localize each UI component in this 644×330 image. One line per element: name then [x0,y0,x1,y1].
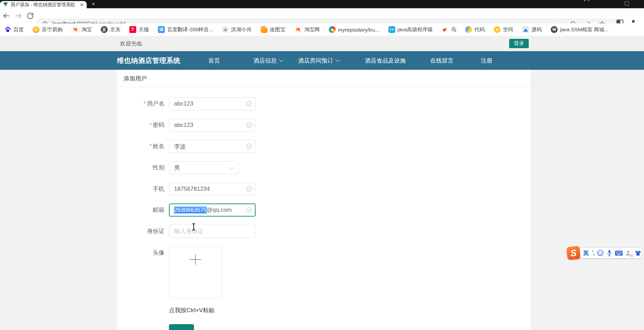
username-label: 用户名 [147,100,164,107]
password-input[interactable] [174,122,244,129]
welcome-bar: 欢迎光临 登录 [0,36,644,51]
bookmark-item[interactable]: 改图宝 [261,26,286,33]
reload-icon[interactable] [26,12,34,20]
required-mark: * [143,100,146,107]
avatar-row: 头像 [117,246,530,298]
idcard-label: 身份证 [117,225,164,238]
bookmark-item[interactable]: ★ 空间 [494,26,513,33]
tab-title: 用户添加 - 维也纳酒店管理系统 [11,2,77,8]
ime-toolbar: 英 ’, 21 S [567,246,642,260]
bookmark-item[interactable]: 代码 [465,26,485,33]
chevron-down-icon [229,165,234,170]
idcard-row: 身份证 [117,225,530,238]
bookmark-item[interactable]: 洪湖小肖 [222,26,252,33]
phone-label: 手机 [117,183,164,196]
password-label: 密码 [153,122,164,128]
bookmark-favicon-icon [388,26,395,33]
avatar-upload-box[interactable] [169,246,222,298]
text-cursor [193,224,194,230]
name-input[interactable] [174,143,244,150]
bookmark-favicon-icon [4,26,11,33]
ime-language-mode[interactable]: 英 [583,249,589,257]
nav-item[interactable]: 注册 [481,57,493,65]
check-circle-icon [246,186,252,192]
idcard-input[interactable] [174,228,244,235]
user-mode-icon[interactable]: 21 [625,250,632,256]
bookmark-favicon-icon [465,26,472,33]
bookmark-item[interactable]: 淘 淘宝网 [294,26,320,33]
bookmark-item[interactable]: 百度 [4,26,24,33]
bookmark-item[interactable]: 源码 [522,26,542,33]
browser-tab[interactable]: 用户添加 - 维也纳酒店管理系统 ✕ [0,1,87,8]
bookmark-favicon-icon [329,26,336,33]
tab-strip: 用户添加 - 维也纳酒店管理系统 ✕ + [0,0,644,8]
nav-item[interactable]: 酒店信息 [254,57,283,65]
gender-label: 性别 [117,161,164,174]
username-row: *用户名 [117,97,530,110]
site-brand[interactable]: 维也纳酒店管理系统 [117,56,181,65]
bookmark-item[interactable]: T 天猫 [129,26,149,33]
nav-item[interactable]: 在线留言 [430,57,454,65]
bookmark-favicon-icon: 译 [158,26,165,33]
bookmark-favicon-icon [33,26,40,33]
check-circle-icon [246,143,252,150]
browser-toolbar: localhost:8080/#/yonghuadd [0,8,644,23]
sogou-logo[interactable]: S [566,246,581,260]
nav-item[interactable]: 酒店食品及设施 [365,57,406,65]
nav-item[interactable]: 首页 [208,57,220,65]
vue-favicon-icon [3,2,8,7]
check-circle-icon [246,207,252,213]
tab-close-icon[interactable]: ✕ [79,2,84,7]
username-field-box [169,97,256,110]
new-tab-button[interactable]: + [92,0,95,8]
bookmark-favicon-icon [222,26,229,33]
bookmark-favicon-icon [442,26,449,33]
idcard-field-box [169,225,256,238]
gender-row: 性别 男 [117,161,530,174]
phone-row: 手机 [117,183,530,196]
bookmark-favicon-icon: W [551,26,558,33]
forward-icon[interactable] [14,12,23,20]
window-caret-icon[interactable] [584,0,590,3]
microphone-icon[interactable] [607,250,612,256]
plus-icon [190,254,201,265]
back-icon[interactable] [2,12,10,20]
keyboard-icon[interactable] [615,251,623,256]
skin-tshirt-icon[interactable] [635,250,641,256]
email-rest-text: @qq.com [207,207,232,213]
check-circle-icon [246,101,252,107]
email-field-box[interactable]: 2630663675@qq.com [169,204,256,217]
email-row: 邮箱 2630663675@qq.com [117,204,530,217]
bookmark-item[interactable]: 淘 淘宝 [72,26,92,33]
chevron-down-icon [335,57,340,62]
gender-select[interactable]: 男 [169,161,238,174]
username-input[interactable] [174,100,244,107]
name-row: *姓名 [117,140,530,153]
login-button[interactable]: 登录 [509,39,529,48]
bookmark-item[interactable]: W java SSM框架 商城... [551,26,609,33]
password-row: *密码 [117,119,530,132]
emoji-icon[interactable] [597,250,604,256]
phone-input[interactable] [174,186,244,192]
bookmarks-bar: 百度 苏宁易购 淘 淘宝 京 京东 T 天猫 译 百度翻译-200种语... 洪… [0,23,644,36]
paste-hint[interactable]: 点我按Ctrl+V粘贴 [169,306,215,314]
required-mark: * [149,122,152,128]
avatar-label: 头像 [117,246,164,260]
bookmark-item[interactable]: java高级程序猿 [388,26,433,33]
required-mark: * [149,143,152,150]
bookmark-item[interactable]: 苏宁易购 [33,26,63,33]
name-field-box [169,140,256,153]
bookmark-item[interactable]: 京 京东 [101,26,120,33]
bookmark-favicon-icon: 京 [101,26,108,33]
bookmark-item[interactable]: 译 百度翻译-200种语... [158,26,213,33]
email-selected-text: 2630663675 [174,207,207,213]
submit-button[interactable] [169,324,194,330]
bookmark-item[interactable]: 鸟 [442,26,456,33]
phone-field-box [169,183,256,196]
nav-item[interactable]: 酒店房间预订 [298,57,339,65]
site-navbar: 维也纳酒店管理系统 首页 酒店信息 酒店房间预订 酒店食品及设施 在线留言 注册 [0,51,644,70]
ime-punctuation-icon[interactable]: ’, [592,250,594,256]
bookmark-item[interactable]: myrepository/tru... [329,26,379,33]
window-restore-icon[interactable] [625,1,629,6]
email-label: 邮箱 [117,204,164,217]
